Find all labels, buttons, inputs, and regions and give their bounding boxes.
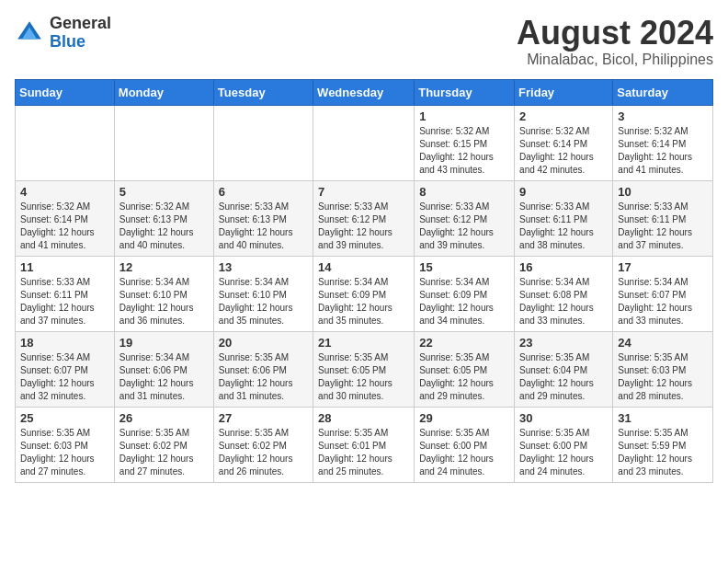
day-info: Sunrise: 5:35 AM Sunset: 5:59 PM Dayligh…: [618, 427, 708, 478]
day-number: 1: [419, 109, 509, 123]
calendar-cell: 25Sunrise: 5:35 AM Sunset: 6:03 PM Dayli…: [16, 407, 115, 482]
logo-blue: Blue: [50, 32, 85, 51]
calendar-cell: 5Sunrise: 5:32 AM Sunset: 6:13 PM Daylig…: [114, 180, 213, 256]
calendar-cell: [114, 105, 213, 180]
day-number: 30: [519, 411, 608, 425]
day-number: 31: [618, 411, 708, 425]
calendar-cell: 8Sunrise: 5:33 AM Sunset: 6:12 PM Daylig…: [415, 180, 515, 256]
logo: General Blue: [15, 15, 111, 52]
day-info: Sunrise: 5:35 AM Sunset: 6:00 PM Dayligh…: [519, 427, 608, 478]
day-info: Sunrise: 5:35 AM Sunset: 6:03 PM Dayligh…: [20, 427, 109, 478]
weekday-header: Friday: [515, 79, 613, 105]
day-info: Sunrise: 5:35 AM Sunset: 6:05 PM Dayligh…: [419, 351, 509, 403]
day-info: Sunrise: 5:32 AM Sunset: 6:15 PM Dayligh…: [419, 125, 509, 177]
logo-general: General: [50, 14, 111, 32]
day-number: 28: [318, 411, 409, 425]
calendar-cell: 3Sunrise: 5:32 AM Sunset: 6:14 PM Daylig…: [613, 105, 713, 180]
page-header: General Blue August 2024 Minalabac, Bico…: [15, 15, 713, 68]
weekday-header: Thursday: [415, 79, 515, 105]
day-number: 15: [419, 260, 509, 274]
calendar-cell: 17Sunrise: 5:34 AM Sunset: 6:07 PM Dayli…: [613, 256, 713, 331]
day-number: 9: [519, 185, 608, 199]
calendar-table: SundayMondayTuesdayWednesdayThursdayFrid…: [15, 79, 713, 483]
day-number: 25: [20, 411, 109, 425]
day-number: 2: [519, 109, 608, 123]
day-number: 22: [419, 336, 509, 350]
calendar-cell: 14Sunrise: 5:34 AM Sunset: 6:09 PM Dayli…: [313, 256, 415, 331]
day-number: 18: [20, 336, 109, 350]
day-number: 7: [318, 185, 409, 199]
day-info: Sunrise: 5:34 AM Sunset: 6:09 PM Dayligh…: [318, 276, 409, 327]
day-info: Sunrise: 5:32 AM Sunset: 6:13 PM Dayligh…: [119, 201, 209, 252]
calendar-cell: 1Sunrise: 5:32 AM Sunset: 6:15 PM Daylig…: [415, 105, 515, 180]
calendar-cell: 21Sunrise: 5:35 AM Sunset: 6:05 PM Dayli…: [313, 331, 415, 407]
day-info: Sunrise: 5:33 AM Sunset: 6:11 PM Dayligh…: [20, 276, 109, 327]
calendar-subtitle: Minalabac, Bicol, Philippines: [517, 52, 713, 68]
day-number: 3: [618, 109, 708, 123]
calendar-cell: 13Sunrise: 5:34 AM Sunset: 6:10 PM Dayli…: [213, 256, 313, 331]
calendar-header-row: SundayMondayTuesdayWednesdayThursdayFrid…: [16, 79, 713, 105]
day-number: 10: [618, 185, 708, 199]
calendar-cell: 2Sunrise: 5:32 AM Sunset: 6:14 PM Daylig…: [515, 105, 613, 180]
calendar-cell: 18Sunrise: 5:34 AM Sunset: 6:07 PM Dayli…: [16, 331, 115, 407]
calendar-cell: 7Sunrise: 5:33 AM Sunset: 6:12 PM Daylig…: [313, 180, 415, 256]
day-number: 16: [519, 260, 608, 274]
calendar-cell: 29Sunrise: 5:35 AM Sunset: 6:00 PM Dayli…: [415, 407, 515, 482]
day-number: 17: [618, 260, 708, 274]
calendar-cell: 30Sunrise: 5:35 AM Sunset: 6:00 PM Dayli…: [515, 407, 613, 482]
logo-text: General Blue: [50, 15, 111, 52]
calendar-cell: [313, 105, 415, 180]
calendar-cell: 12Sunrise: 5:34 AM Sunset: 6:10 PM Dayli…: [114, 256, 213, 331]
day-number: 13: [219, 260, 308, 274]
day-number: 21: [318, 336, 409, 350]
day-number: 4: [20, 185, 109, 199]
calendar-week-row: 4Sunrise: 5:32 AM Sunset: 6:14 PM Daylig…: [16, 180, 713, 256]
day-info: Sunrise: 5:35 AM Sunset: 6:02 PM Dayligh…: [219, 427, 308, 478]
day-info: Sunrise: 5:34 AM Sunset: 6:09 PM Dayligh…: [419, 276, 509, 327]
calendar-cell: 10Sunrise: 5:33 AM Sunset: 6:11 PM Dayli…: [613, 180, 713, 256]
day-info: Sunrise: 5:32 AM Sunset: 6:14 PM Dayligh…: [618, 125, 708, 177]
day-info: Sunrise: 5:34 AM Sunset: 6:10 PM Dayligh…: [219, 276, 308, 327]
day-info: Sunrise: 5:35 AM Sunset: 6:06 PM Dayligh…: [219, 351, 308, 403]
day-info: Sunrise: 5:35 AM Sunset: 6:02 PM Dayligh…: [119, 427, 209, 478]
calendar-cell: 19Sunrise: 5:34 AM Sunset: 6:06 PM Dayli…: [114, 331, 213, 407]
day-info: Sunrise: 5:34 AM Sunset: 6:07 PM Dayligh…: [20, 351, 109, 403]
calendar-cell: 16Sunrise: 5:34 AM Sunset: 6:08 PM Dayli…: [515, 256, 613, 331]
day-info: Sunrise: 5:33 AM Sunset: 6:12 PM Dayligh…: [419, 201, 509, 252]
day-number: 20: [219, 336, 308, 350]
day-info: Sunrise: 5:34 AM Sunset: 6:10 PM Dayligh…: [119, 276, 209, 327]
day-number: 26: [119, 411, 209, 425]
calendar-cell: 28Sunrise: 5:35 AM Sunset: 6:01 PM Dayli…: [313, 407, 415, 482]
day-number: 5: [119, 185, 209, 199]
day-info: Sunrise: 5:35 AM Sunset: 6:00 PM Dayligh…: [419, 427, 509, 478]
calendar-cell: 31Sunrise: 5:35 AM Sunset: 5:59 PM Dayli…: [613, 407, 713, 482]
day-info: Sunrise: 5:33 AM Sunset: 6:11 PM Dayligh…: [618, 201, 708, 252]
day-info: Sunrise: 5:34 AM Sunset: 6:06 PM Dayligh…: [119, 351, 209, 403]
calendar-cell: 20Sunrise: 5:35 AM Sunset: 6:06 PM Dayli…: [213, 331, 313, 407]
day-number: 23: [519, 336, 608, 350]
weekday-header: Monday: [114, 79, 213, 105]
calendar-week-row: 25Sunrise: 5:35 AM Sunset: 6:03 PM Dayli…: [16, 407, 713, 482]
day-number: 24: [618, 336, 708, 350]
day-info: Sunrise: 5:35 AM Sunset: 6:05 PM Dayligh…: [318, 351, 409, 403]
logo-icon: [15, 18, 44, 48]
calendar-cell: 24Sunrise: 5:35 AM Sunset: 6:03 PM Dayli…: [613, 331, 713, 407]
weekday-header: Wednesday: [313, 79, 415, 105]
day-info: Sunrise: 5:35 AM Sunset: 6:04 PM Dayligh…: [519, 351, 608, 403]
day-number: 19: [119, 336, 209, 350]
calendar-cell: 22Sunrise: 5:35 AM Sunset: 6:05 PM Dayli…: [415, 331, 515, 407]
calendar-cell: 9Sunrise: 5:33 AM Sunset: 6:11 PM Daylig…: [515, 180, 613, 256]
calendar-week-row: 1Sunrise: 5:32 AM Sunset: 6:15 PM Daylig…: [16, 105, 713, 180]
calendar-cell: 6Sunrise: 5:33 AM Sunset: 6:13 PM Daylig…: [213, 180, 313, 256]
calendar-cell: 27Sunrise: 5:35 AM Sunset: 6:02 PM Dayli…: [213, 407, 313, 482]
day-info: Sunrise: 5:35 AM Sunset: 6:03 PM Dayligh…: [618, 351, 708, 403]
weekday-header: Saturday: [613, 79, 713, 105]
day-number: 11: [20, 260, 109, 274]
title-block: August 2024 Minalabac, Bicol, Philippine…: [517, 15, 713, 68]
day-info: Sunrise: 5:33 AM Sunset: 6:11 PM Dayligh…: [519, 201, 608, 252]
calendar-cell: 15Sunrise: 5:34 AM Sunset: 6:09 PM Dayli…: [415, 256, 515, 331]
calendar-cell: 4Sunrise: 5:32 AM Sunset: 6:14 PM Daylig…: [16, 180, 115, 256]
day-info: Sunrise: 5:32 AM Sunset: 6:14 PM Dayligh…: [20, 201, 109, 252]
calendar-cell: [213, 105, 313, 180]
calendar-title: August 2024: [517, 15, 713, 52]
